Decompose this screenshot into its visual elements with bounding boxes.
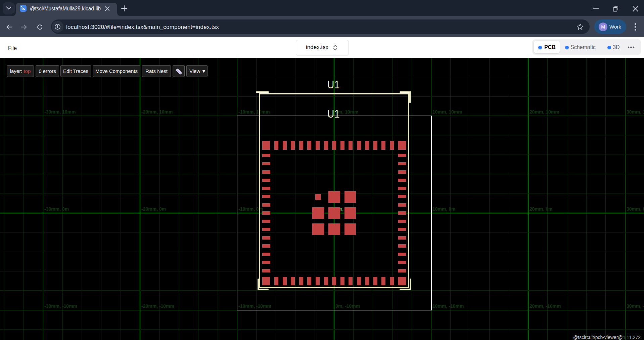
svg-text:U1: U1 — [327, 108, 340, 120]
svg-text:U1: U1 — [327, 78, 340, 91]
